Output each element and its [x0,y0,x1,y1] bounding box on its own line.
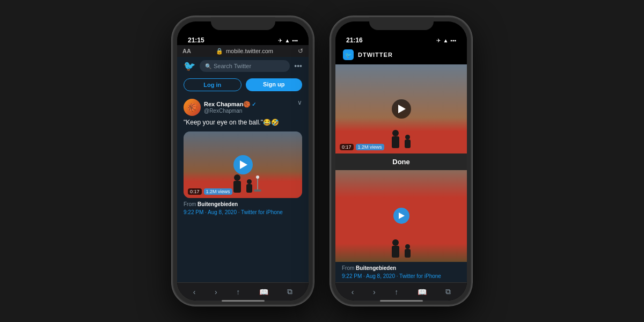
right-screen: 21:16 ✈ ▲ ▪▪▪ 🐦 DTWITTER [335,21,467,301]
search-icon: 🔍 [205,63,211,69]
twitter-header: 🐦 🔍 Search Twitter ••• [177,57,309,75]
done-label: Done [392,158,410,166]
bookmarks-icon-right[interactable]: 📖 [418,288,427,296]
video-meta-left: 0:17 1.2M views [188,188,232,195]
lock-icon: 🔒 [216,48,225,54]
browser-url-left[interactable]: 🔒 mobile.twitter.com [194,48,295,55]
tabs-icon-right[interactable]: ⧉ [445,287,451,296]
tweet-source-left: From Buitengebieden [177,198,309,208]
head [392,130,399,136]
figures-top [335,64,467,153]
tweet-time-right: 9:22 PM · Aug 8, 2020 · Twitter for iPho… [335,272,467,282]
back-icon[interactable]: ‹ [193,288,196,296]
forward-icon[interactable]: › [215,288,217,296]
forward-icon-right[interactable]: › [373,288,376,296]
user-handle-left: @RexChapman [204,108,256,114]
home-indicator-left [222,300,265,302]
browser-bar-left: AA 🔒 mobile.twitter.com ↺ [177,45,309,57]
avatar-left: 🏀 [184,99,201,116]
body [392,136,399,148]
auth-buttons: Log in Sign up [177,75,309,94]
head [405,135,410,140]
chevron-icon: ∨ [297,99,302,106]
play-button-left[interactable] [233,155,253,174]
refresh-icon[interactable]: ↺ [298,47,303,55]
source-name-right: Buitengebieden [356,265,396,271]
user-name-left: Rex Chapman🏀 ✓ [204,101,256,108]
search-bar[interactable]: 🔍 Search Twitter [200,60,290,72]
views-top: 1.2M views [356,144,384,150]
child-figure-top [405,135,411,148]
browser-bottom-right: ‹ › ↑ 📖 ⧉ [335,282,467,301]
video-meta-top: 0:17 1.2M views [340,144,384,150]
figures-bottom [335,170,467,262]
bookmarks-icon[interactable]: 📖 [259,288,268,296]
time-left: 21:15 [188,36,204,44]
done-bar: Done [335,153,467,170]
status-icons-left: ✈ ▲ ▪▪▪ [278,38,298,43]
more-icon[interactable]: ••• [294,62,302,70]
tweet-source-right: From Buitengebieden [335,262,467,272]
signup-button[interactable]: Sign up [246,78,303,91]
source-name-left: Buitengebieden [197,201,238,207]
left-screen: 21:15 ✈ ▲ ▪▪▪ AA 🔒 mobile.twitter.com ↺ … [177,21,309,301]
twitter-logo-icon[interactable]: 🐦 [184,60,195,72]
tweet-header-left: 🏀 Rex Chapman🏀 ✓ @RexChapman ∨ [177,94,309,118]
app-name-label: DTWITTER [358,52,393,58]
app-icon: 🐦 [343,49,354,60]
wifi-icon: ▲ [284,38,290,43]
home-indicator-right [380,300,423,302]
scene: 21:15 ✈ ▲ ▪▪▪ AA 🔒 mobile.twitter.com ↺ … [0,0,644,322]
notch [211,17,275,30]
adult-figure-top [392,130,399,148]
share-icon[interactable]: ↑ [236,288,240,296]
tweet-time-left: 9:22 PM · Aug 8, 2020 · Twitter for iPho… [177,208,309,218]
tweet-left: 🏀 Rex Chapman🏀 ✓ @RexChapman ∨ "Keep you… [177,94,309,282]
login-button[interactable]: Log in [184,78,241,91]
child-figure-bottom [405,244,411,258]
right-phone: 21:16 ✈ ▲ ▪▪▪ 🐦 DTWITTER [330,16,472,306]
duration-badge-left: 0:17 [188,188,202,195]
verified-icon-left: ✓ [252,101,256,107]
airplane-icon-right: ✈ [436,38,441,43]
browser-bottom-left: ‹ › ↑ 📖 ⧉ [177,282,309,301]
video-left[interactable]: 0:17 1.2M views [184,131,302,198]
duration-top: 0:17 [340,144,354,150]
battery-icon: ▪▪▪ [292,38,298,43]
tweet-text-left: "Keep your eye on the ball."😂🤣 [177,118,309,131]
search-placeholder: Search Twitter [214,63,251,69]
wifi-icon-right: ▲ [443,38,448,43]
notch-right [369,17,434,30]
back-icon-right[interactable]: ‹ [352,288,354,296]
tabs-icon[interactable]: ⧉ [287,287,292,296]
tweet-user-left: 🏀 Rex Chapman🏀 ✓ @RexChapman [184,99,256,116]
status-icons-right: ✈ ▲ ▪▪▪ [436,38,456,43]
video-bottom [335,170,467,262]
user-info-left: Rex Chapman🏀 ✓ @RexChapman [204,101,256,114]
views-badge-left: 1.2M views [204,188,232,195]
video-fullscreen: 0:17 1.2M views Done [335,64,467,262]
video-top: 0:17 1.2M views [335,64,467,153]
airplane-icon: ✈ [278,38,282,43]
aa-label[interactable]: AA [182,48,191,54]
left-phone: 21:15 ✈ ▲ ▪▪▪ AA 🔒 mobile.twitter.com ↺ … [172,16,314,306]
adult-figure-bottom [392,239,399,258]
body [405,140,411,148]
time-right: 21:16 [346,36,363,44]
app-header: 🐦 DTWITTER [335,46,467,64]
battery-icon-right: ▪▪▪ [450,38,456,43]
share-icon-right[interactable]: ↑ [394,288,398,296]
